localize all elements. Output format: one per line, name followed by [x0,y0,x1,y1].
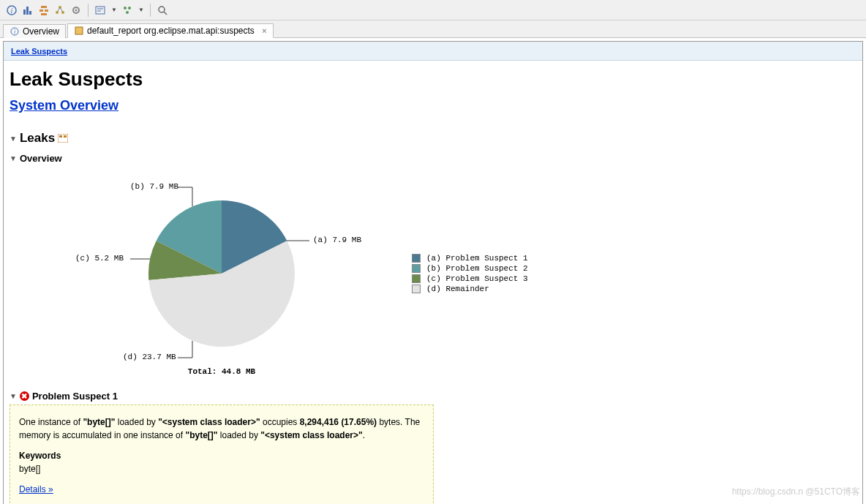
svg-text:i: i [11,7,13,15]
legend-item: (d) Remainder [412,285,528,293]
svg-point-21 [126,11,129,14]
svg-text:i: i [14,29,15,35]
main-toolbar: i ▼ ▼ [0,0,866,20]
tab-label: Overview [23,26,59,37]
chevron-down-icon: ▼ [10,135,17,143]
report-icon [74,26,84,36]
svg-rect-7 [45,10,48,12]
tab-suspects-report[interactable]: default_report org.eclipse.mat.api:suspe… [67,23,274,38]
oql-icon[interactable] [94,4,106,16]
svg-rect-4 [29,11,31,15]
tree-icon[interactable] [38,4,50,16]
histogram-icon[interactable] [22,4,34,16]
legend-label: (b) Problem Suspect 2 [426,264,528,273]
legend-item: (c) Problem Suspect 3 [412,274,528,283]
legend-item: (b) Problem Suspect 2 [412,264,528,273]
svg-point-22 [159,7,165,12]
legend-swatch [412,254,421,263]
svg-point-20 [128,7,131,10]
section-leaks[interactable]: ▼ Leaks [10,131,856,146]
info-icon[interactable]: i [6,4,18,16]
legend-item: (a) Problem Suspect 1 [412,254,528,263]
tab-label: default_report org.eclipse.mat.api:suspe… [87,26,255,36]
svg-rect-26 [75,27,83,34]
leaks-icon [58,134,68,143]
gear-icon[interactable] [70,4,82,16]
section-problem-suspect-1[interactable]: ▼ ✖ Problem Suspect 1 [10,391,856,402]
pie-chart: (a) 7.9 MB (b) 7.9 MB (c) 5.2 MB (d) 23.… [75,171,368,376]
close-icon[interactable]: ⨯ [262,26,267,36]
breadcrumb-bar: Leak Suspects [4,42,862,61]
chart-legend: (a) Problem Suspect 1 (b) Problem Suspec… [412,252,528,295]
legend-swatch [412,264,421,273]
editor-tabbar: i Overview default_report org.eclipse.ma… [0,20,866,38]
legend-swatch [412,285,421,293]
section-label: Problem Suspect 1 [32,391,118,402]
section-label: Overview [20,153,62,164]
keywords-value: byte[] [19,462,424,475]
pie-label-b: (b) 7.9 MB [130,182,178,191]
overview-chart: (a) 7.9 MB (b) 7.9 MB (c) 5.2 MB (d) 23.… [75,171,856,376]
report-pane: Leak Suspects Leak Suspects System Overv… [3,41,863,504]
tab-overview[interactable]: i Overview [3,24,66,38]
separator [150,4,151,17]
section-overview[interactable]: ▼ Overview [10,153,856,164]
svg-rect-8 [41,13,47,15]
legend-label: (c) Problem Suspect 3 [426,274,528,283]
thread-icon[interactable] [121,4,133,16]
page-title: Leak Suspects [10,68,856,91]
error-icon: ✖ [20,391,29,401]
keywords-heading: Keywords [19,449,424,462]
svg-rect-6 [39,10,43,12]
svg-rect-27 [58,134,68,143]
svg-rect-28 [59,135,62,138]
breadcrumb-link[interactable]: Leak Suspects [11,47,67,56]
pie-total: Total: 44.8 MB [188,367,255,376]
details-link[interactable]: Details » [19,483,53,496]
legend-label: (a) Problem Suspect 1 [426,254,528,263]
legend-swatch [412,274,421,283]
svg-rect-29 [64,135,67,138]
chevron-down-icon: ▼ [10,392,17,400]
pie-label-c: (c) 5.2 MB [75,254,124,263]
dominator-icon[interactable] [54,4,66,16]
problem-description: One instance of "byte[]" loaded by "<sys… [19,415,424,442]
section-label: Leaks [20,131,55,146]
info-icon: i [10,26,20,37]
svg-rect-3 [26,7,29,15]
svg-line-13 [60,7,63,12]
svg-point-19 [124,7,127,10]
pie-label-d: (d) 23.7 MB [123,353,176,361]
search-icon[interactable] [157,4,168,16]
chevron-down-icon: ▼ [10,154,17,162]
svg-rect-16 [96,7,105,14]
svg-point-15 [75,9,78,11]
svg-line-12 [57,7,60,12]
svg-line-23 [164,12,167,15]
dropdown-icon[interactable]: ▼ [138,7,144,13]
svg-rect-2 [23,10,26,15]
system-overview-link[interactable]: System Overview [10,98,118,113]
problem-suspect-box: One instance of "byte[]" loaded by "<sys… [10,405,434,504]
separator [88,4,89,17]
legend-label: (d) Remainder [426,285,489,293]
svg-rect-5 [41,6,47,8]
dropdown-icon[interactable]: ▼ [111,7,117,13]
pie-label-a: (a) 7.9 MB [313,236,361,244]
